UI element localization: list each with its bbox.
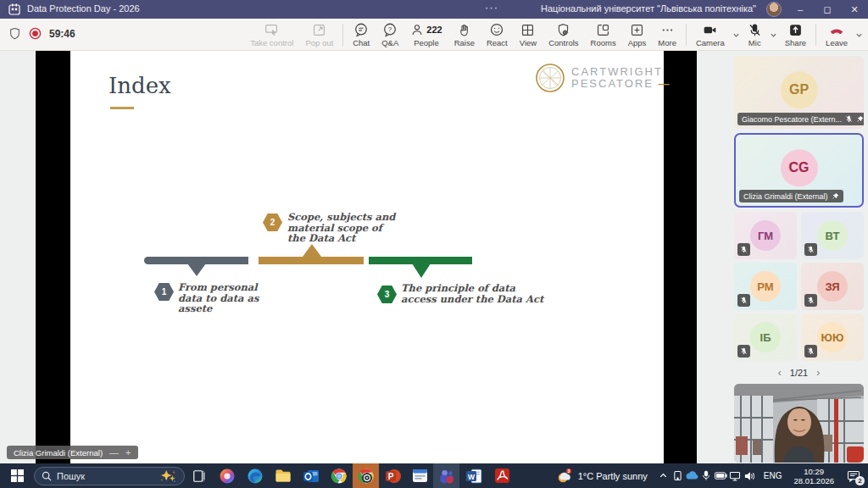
participant-tile[interactable]: ГМ — [734, 212, 797, 259]
zoom-out-button[interactable]: — — [109, 447, 119, 458]
prev-page-chevron[interactable]: ‹ — [778, 367, 782, 379]
toolbar-buttons: Take control Pop out Chat ? Q&A 222 Peop — [244, 20, 865, 49]
leave-button[interactable]: Leave — [820, 23, 854, 47]
taskbar-search-input[interactable]: Пошук — [34, 467, 185, 485]
rooms-icon — [596, 23, 610, 37]
svg-text:3: 3 — [567, 469, 570, 474]
participant-tile[interactable]: ЮЮ — [801, 313, 864, 361]
presentation-slide: Index CARTWRIGHT PESCATORE — — [70, 51, 664, 463]
more-button[interactable]: More — [652, 23, 682, 47]
account-avatar[interactable] — [766, 2, 782, 17]
people-button[interactable]: 222 People — [404, 22, 448, 47]
powerpoint-icon: P — [385, 468, 402, 485]
acrobat-icon — [494, 468, 510, 484]
notification-center-button[interactable]: 2 — [839, 463, 868, 488]
participant-tile[interactable]: РМ — [734, 263, 797, 310]
step-text-3: The principle of data access under the D… — [401, 283, 543, 304]
react-icon — [489, 22, 504, 37]
maximize-button[interactable]: ◻ — [814, 0, 841, 19]
participant-tile[interactable]: ВТ — [801, 212, 864, 259]
participant-count: 222 — [426, 25, 442, 35]
onedrive-icon[interactable] — [685, 463, 699, 488]
meeting-toolbar: 59:46 Take control Pop out Chat ? Q&A — [0, 19, 868, 51]
shield-icon — [8, 26, 21, 41]
close-button[interactable]: ✕ — [841, 0, 868, 19]
participant-tile[interactable]: ЗЯ — [801, 263, 864, 310]
minimize-button[interactable]: – — [787, 0, 814, 19]
tray-device-icon[interactable] — [670, 463, 685, 488]
avatar: ЮЮ — [817, 322, 848, 352]
participant-tile-cg-active[interactable]: CG Clizia Grimaldi (External) — [734, 133, 864, 208]
step-text-1: From personal data to data as assete — [178, 282, 259, 314]
mic-options-chevron[interactable] — [768, 31, 779, 39]
taskbar-app-powerpoint[interactable]: P — [379, 463, 407, 488]
folder-icon — [275, 469, 292, 484]
taskbar-app-file-explorer[interactable] — [269, 463, 297, 488]
mic-button[interactable]: Mic — [742, 23, 768, 47]
participant-tile-gp[interactable]: GP Giacomo Pescatore (Extern... — [734, 56, 864, 129]
avatar: ЗЯ — [817, 271, 848, 302]
view-button[interactable]: View — [514, 23, 542, 47]
controls-icon — [556, 23, 570, 37]
raise-hand-button[interactable]: Raise — [448, 23, 481, 47]
org-account-name: Національний університет "Львівська полі… — [541, 3, 756, 14]
leave-options-chevron[interactable] — [854, 31, 865, 39]
start-button[interactable] — [0, 463, 34, 488]
taskbar-app-chrome-profile-active[interactable] — [353, 463, 379, 488]
recording-indicator-icon — [29, 27, 42, 40]
camera-button[interactable]: Camera — [690, 23, 731, 47]
taskbar-app-grey[interactable] — [407, 463, 433, 488]
titlebar-overflow-icon[interactable]: ··· — [485, 1, 498, 14]
tray-clock[interactable]: 10:29 28.01.2026 — [788, 467, 839, 485]
taskbar-app-teams-active[interactable] — [433, 463, 459, 488]
zoom-in-button[interactable]: + — [125, 447, 131, 458]
mic-muted-icon — [748, 23, 762, 37]
timeline-pointer-3 — [412, 263, 431, 278]
tray-expand-chevron[interactable] — [656, 463, 670, 488]
view-icon — [520, 23, 535, 37]
next-page-chevron[interactable]: › — [816, 367, 820, 379]
react-button[interactable]: React — [481, 22, 514, 47]
mic-off-icon — [807, 347, 815, 355]
task-view-icon — [192, 469, 206, 483]
apps-button[interactable]: Apps — [622, 23, 653, 47]
edge-icon — [247, 468, 264, 485]
controls-button[interactable]: Controls — [542, 23, 584, 47]
language-indicator[interactable]: ENG — [757, 471, 789, 480]
more-icon — [660, 23, 675, 37]
task-view-button[interactable] — [185, 463, 213, 488]
chat-button[interactable]: Chat — [347, 22, 376, 47]
taskbar-tray: 3 1°C Partly sunny ENG 10:29 28.01.2026 … — [548, 463, 868, 488]
participant-tile[interactable]: ІБ — [734, 313, 797, 361]
taskbar-app-word[interactable]: W — [459, 463, 487, 488]
globe-logo-icon — [535, 63, 565, 93]
share-button[interactable]: Share — [779, 23, 812, 47]
weather-widget[interactable]: 3 1°C Partly sunny — [548, 468, 656, 485]
qa-button[interactable]: ? Q&A — [376, 22, 404, 47]
self-video-tile[interactable] — [734, 384, 864, 463]
teams-icon — [437, 468, 455, 485]
speaker-icon[interactable] — [743, 463, 757, 488]
taskbar-app-copilot[interactable] — [213, 463, 241, 488]
tray-date: 28.01.2026 — [793, 476, 834, 485]
taskbar-app-outlook[interactable] — [297, 463, 325, 488]
chrome-icon — [331, 468, 348, 485]
tile-pagination: ‹ 1/21 › — [734, 367, 864, 379]
take-control-button[interactable]: Take control — [244, 23, 299, 47]
camera-options-chevron[interactable] — [731, 31, 742, 39]
battery-icon[interactable] — [714, 463, 728, 488]
participant-name-label: Giacomo Pescatore (Extern... — [737, 113, 864, 125]
avatar: ВТ — [817, 220, 848, 251]
avatar: РМ — [750, 271, 781, 302]
pop-out-button[interactable]: Pop out — [299, 23, 339, 47]
taskbar-app-acrobat[interactable] — [487, 463, 517, 488]
mic-off-icon — [807, 246, 815, 253]
tray-mic-icon[interactable] — [699, 463, 714, 488]
mic-off-icon — [740, 246, 748, 253]
network-icon[interactable] — [728, 463, 743, 488]
shared-screen: Index CARTWRIGHT PESCATORE — — [36, 51, 697, 463]
taskbar-app-edge[interactable] — [241, 463, 269, 488]
taskbar-app-chrome[interactable] — [325, 463, 353, 488]
rooms-button[interactable]: Rooms — [585, 23, 622, 47]
weather-text: 1°C Partly sunny — [578, 471, 648, 481]
